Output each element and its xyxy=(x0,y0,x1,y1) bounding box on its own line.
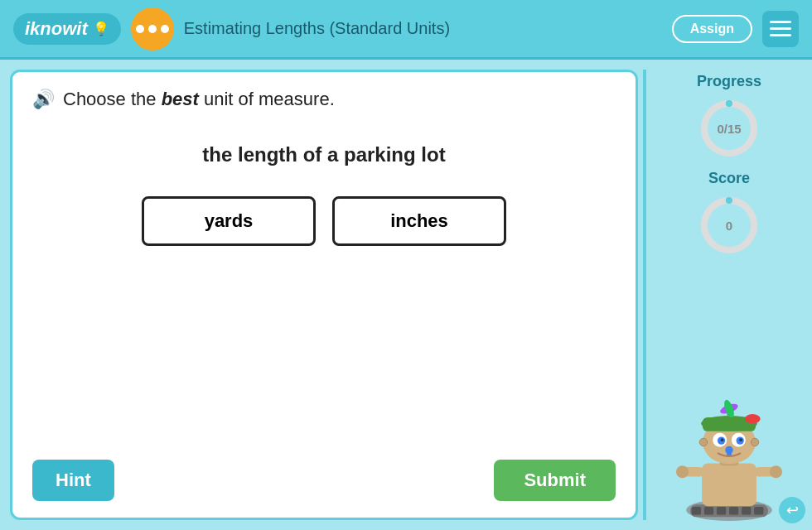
score-label: Score xyxy=(708,170,750,187)
submit-button[interactable]: Submit xyxy=(494,460,616,501)
score-value: 0 xyxy=(726,219,732,233)
progress-label: Progress xyxy=(697,73,761,90)
question-header: 🔊 Choose the best unit of measure. xyxy=(32,89,616,110)
speaker-icon[interactable]: 🔊 xyxy=(32,89,55,110)
score-circle: 0 xyxy=(696,192,762,258)
left-panel: 🔊 Choose the best unit of measure. the l… xyxy=(10,70,638,520)
back-icon: ↩ xyxy=(786,501,799,519)
answer-choices: yards inches xyxy=(32,196,616,246)
dots-icon xyxy=(136,25,169,33)
main-content: 🔊 Choose the best unit of measure. the l… xyxy=(0,60,812,530)
progress-circle: 0/15 xyxy=(696,95,762,161)
bottom-row: Hint Submit xyxy=(32,460,616,501)
header: iknowit 💡 Estimating Lengths (Standard U… xyxy=(0,0,812,60)
menu-bar-1 xyxy=(770,21,791,23)
svg-rect-7 xyxy=(704,507,713,514)
svg-point-30 xyxy=(739,438,742,441)
hint-button[interactable]: Hint xyxy=(32,460,114,501)
back-button[interactable]: ↩ xyxy=(779,497,805,523)
svg-rect-9 xyxy=(729,507,738,514)
svg-point-15 xyxy=(676,465,689,478)
menu-bar-3 xyxy=(770,34,791,36)
logo: iknowit 💡 xyxy=(13,13,121,45)
robot-illustration xyxy=(671,389,787,522)
menu-bar-2 xyxy=(770,27,791,30)
svg-point-21 xyxy=(745,414,761,423)
choice-yards[interactable]: yards xyxy=(142,196,316,246)
activity-title: Estimating Lengths (Standard Units) xyxy=(184,19,662,38)
svg-point-16 xyxy=(770,465,782,478)
svg-rect-32 xyxy=(727,450,732,456)
robot-area xyxy=(655,267,804,522)
svg-rect-11 xyxy=(754,507,763,514)
activity-icon xyxy=(131,7,174,51)
svg-point-33 xyxy=(699,438,707,446)
svg-point-34 xyxy=(751,438,758,446)
subject-text: the length of a parking lot xyxy=(32,143,616,166)
question-text: Choose the best unit of measure. xyxy=(63,89,335,110)
logo-text: iknowit xyxy=(25,18,88,40)
score-section: Score 0 xyxy=(696,170,762,258)
bulb-icon: 💡 xyxy=(93,21,109,36)
svg-rect-8 xyxy=(717,507,726,514)
choice-inches[interactable]: inches xyxy=(332,196,506,246)
assign-button[interactable]: Assign xyxy=(672,15,752,43)
svg-rect-12 xyxy=(702,463,756,506)
progress-value: 0/15 xyxy=(717,122,741,136)
svg-point-29 xyxy=(721,438,724,441)
svg-rect-6 xyxy=(692,507,701,514)
svg-rect-10 xyxy=(742,507,751,514)
menu-button[interactable] xyxy=(762,11,799,47)
progress-section: Progress 0/15 xyxy=(696,73,762,161)
right-panel: Progress 0/15 Score 0 xyxy=(646,60,812,530)
